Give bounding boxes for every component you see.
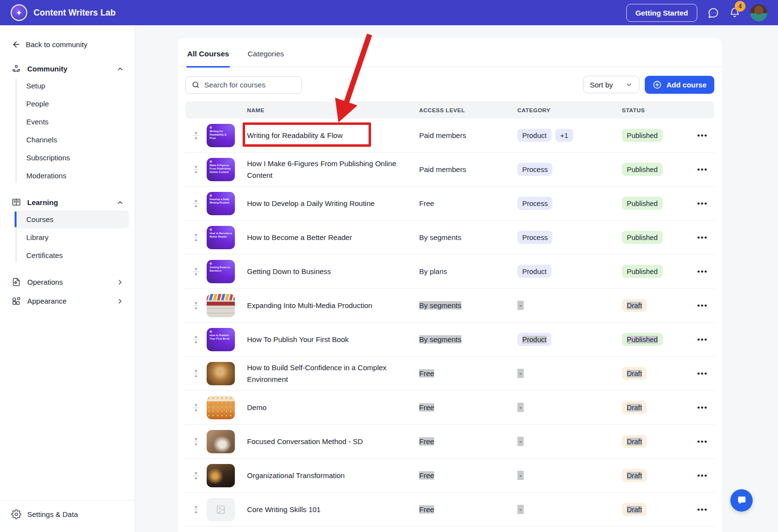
table-row[interactable]: Expanding Into Multi-Media ProductionBy … — [185, 289, 714, 323]
thumbnail-dot-icon — [210, 160, 212, 163]
drag-handle-icon[interactable] — [185, 472, 207, 480]
drag-handle-icon[interactable] — [185, 302, 207, 309]
add-course-button[interactable]: Add course — [645, 76, 714, 94]
row-menu-button[interactable]: ••• — [691, 131, 714, 139]
course-name[interactable]: Expanding Into Multi-Media Production — [244, 300, 419, 311]
row-menu-button[interactable]: ••• — [691, 267, 714, 275]
access-level-value: Paid members — [419, 165, 466, 173]
table-row[interactable]: Focused Conversation Method - SDFree-Dra… — [185, 425, 714, 459]
sidebar-section-appearance[interactable]: Appearance — [11, 296, 124, 306]
community-logo-icon[interactable]: ✦ — [11, 4, 27, 21]
row-menu-button[interactable]: ••• — [691, 335, 714, 343]
sidebar-section-learning[interactable]: Learning — [11, 197, 124, 207]
status-badge-text: Published — [627, 132, 658, 139]
status-badge-text: Published — [627, 200, 658, 207]
status-badge: Published — [622, 265, 663, 278]
top-navbar: ✦ Content Writers Lab Getting Started — [0, 0, 778, 25]
sidebar-item-certificates[interactable]: Certificates — [15, 246, 129, 264]
user-avatar[interactable] — [750, 4, 767, 21]
course-name[interactable]: Writing for Readability & Flow — [244, 130, 419, 141]
drag-handle-icon[interactable] — [185, 268, 207, 275]
table-row[interactable]: How to Become a Better ReaderHow to Beco… — [185, 221, 714, 255]
category-badge-text: Product — [522, 132, 547, 139]
course-name[interactable]: How To Publish Your First Book — [244, 334, 419, 345]
course-name[interactable]: Focused Conversation Method - SD — [244, 436, 419, 447]
sidebar-item-setup[interactable]: Setup — [15, 77, 129, 95]
settings-and-data-link[interactable]: Settings & Data — [0, 500, 135, 532]
course-name[interactable]: How to Build Self-Confidence in a Comple… — [244, 362, 419, 385]
table-row[interactable]: Make 6-Figures From Publishing Online Co… — [185, 153, 714, 187]
chat-icon — [736, 495, 747, 506]
community-title: Content Writers Lab — [34, 8, 116, 18]
row-menu-button[interactable]: ••• — [691, 233, 714, 241]
course-thumbnail: Make 6-Figures From Publishing Online Co… — [207, 158, 235, 181]
sidebar-item-courses[interactable]: Courses — [15, 210, 129, 228]
table-row[interactable]: Organizational TransformationFree-Draft•… — [185, 459, 714, 493]
course-name[interactable]: How to Develop a Daily Writing Routine — [244, 198, 419, 209]
course-name[interactable]: Demo — [244, 402, 419, 413]
sidebar-section-community[interactable]: Community — [11, 64, 124, 74]
row-menu-button[interactable]: ••• — [691, 403, 714, 412]
table-row[interactable]: Getting Down to BusinessGetting Down to … — [185, 255, 714, 289]
table-row[interactable]: Writing for Readability & FlowWriting fo… — [185, 119, 714, 153]
row-menu-button[interactable]: ••• — [691, 505, 714, 514]
status-badge-text: Published — [627, 268, 658, 275]
search-input[interactable] — [204, 81, 301, 89]
sidebar-item-subscriptions[interactable]: Subscriptions — [15, 149, 129, 167]
course-name[interactable]: Organizational Transformation — [244, 470, 419, 481]
course-name[interactable]: How to Become a Better Reader — [244, 232, 419, 243]
thumbnail-cell — [207, 430, 244, 453]
tab-categories[interactable]: Categories — [247, 50, 285, 67]
drag-handle-icon[interactable] — [185, 200, 207, 207]
course-name[interactable]: Core Writing Skills 101 — [244, 504, 419, 515]
sidebar-item-channels[interactable]: Channels — [15, 131, 129, 149]
row-menu-button[interactable]: ••• — [691, 165, 714, 173]
sidebar-section-operations[interactable]: Operations — [11, 277, 124, 287]
sidebar-item-library[interactable]: Library — [15, 228, 129, 246]
drag-handle-icon[interactable] — [185, 132, 207, 139]
chevron-down-icon — [625, 81, 633, 88]
drag-handle-icon[interactable] — [185, 404, 207, 412]
category-badge: Process — [517, 197, 552, 210]
row-menu-button[interactable]: ••• — [691, 301, 714, 309]
row-menu-button[interactable]: ••• — [691, 471, 714, 480]
drag-handle-icon[interactable] — [185, 166, 207, 173]
status-cell: Draft — [622, 503, 691, 516]
status-badge: Published — [622, 163, 663, 176]
back-to-community-link[interactable]: Back to community — [12, 40, 135, 49]
thumbnail-cell — [207, 498, 244, 521]
chat-launcher-button[interactable] — [730, 489, 753, 512]
drag-handle-icon[interactable] — [185, 336, 207, 343]
status-badge: Draft — [622, 299, 647, 312]
table-row[interactable]: How to Build Self-Confidence in a Comple… — [185, 357, 714, 391]
row-menu-button[interactable]: ••• — [691, 437, 714, 446]
status-cell: Published — [622, 163, 691, 176]
notifications-button[interactable]: 4 — [729, 7, 741, 18]
drag-handle-icon[interactable] — [185, 370, 207, 378]
category-badge: Product — [517, 333, 551, 346]
sidebar-item-moderations[interactable]: Moderations — [15, 167, 129, 185]
getting-started-button[interactable]: Getting Started — [626, 4, 697, 22]
access-level-value: Paid members — [419, 131, 466, 139]
sort-by-dropdown[interactable]: Sort by — [583, 76, 640, 93]
courses-table: Name Access level Category Status Writin… — [177, 94, 722, 527]
drag-handle-icon[interactable] — [185, 234, 207, 241]
table-row[interactable]: How to Publish Your First BookHow To Pub… — [185, 323, 714, 357]
status-badge-text: Draft — [627, 438, 642, 446]
tab-all-courses[interactable]: All Courses — [186, 50, 230, 67]
status-cell: Draft — [622, 435, 691, 448]
sidebar-item-people[interactable]: People — [15, 95, 129, 113]
messages-button[interactable] — [707, 7, 719, 19]
sidebar-item-events[interactable]: Events — [15, 113, 129, 131]
row-menu-button[interactable]: ••• — [691, 369, 714, 378]
drag-handle-icon[interactable] — [185, 438, 207, 446]
course-name[interactable]: Getting Down to Business — [244, 266, 419, 277]
table-row[interactable]: Develop a Daily Writing RoutineHow to De… — [185, 187, 714, 221]
drag-handle-icon[interactable] — [185, 506, 207, 514]
category-badge: Process — [517, 231, 552, 244]
course-name[interactable]: How I Make 6-Figures From Publishing Onl… — [244, 158, 419, 181]
thumbnail-cell: Develop a Daily Writing Routine — [207, 192, 244, 215]
table-row[interactable]: Core Writing Skills 101Free-Draft••• — [185, 493, 714, 527]
table-row[interactable]: DemoFree-Draft••• — [185, 391, 714, 425]
row-menu-button[interactable]: ••• — [691, 199, 714, 207]
